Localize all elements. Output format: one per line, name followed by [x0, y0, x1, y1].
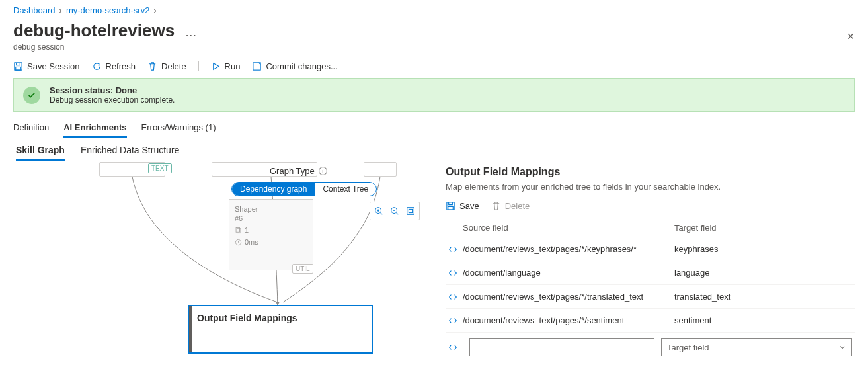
text-tag: TEXT: [148, 163, 172, 173]
page-subtitle: debug session: [13, 42, 197, 52]
mapping-row[interactable]: /document/reviews_text/pages/*/sentiment…: [446, 309, 855, 333]
toggle-context-tree[interactable]: Context Tree: [315, 183, 376, 196]
tab-definition[interactable]: Definition: [13, 117, 49, 138]
code-icon: [448, 245, 463, 254]
toggle-dependency-graph[interactable]: Dependency graph: [232, 183, 315, 196]
svg-rect-1: [16, 67, 21, 70]
code-icon: [448, 268, 463, 278]
sub-tabs: Skill Graph Enriched Data Structure: [16, 145, 855, 161]
tab-ai-enrichments[interactable]: AI Enrichments: [63, 117, 126, 138]
separator: [198, 61, 199, 71]
mapping-source: /document/reviews_text/pages/*/keyphrase…: [463, 244, 674, 254]
mapping-source: /document/language: [463, 268, 674, 278]
shaper-skill-node[interactable]: Shaper #6 1 0ms: [229, 199, 313, 270]
toolbar-label: Save: [459, 201, 479, 211]
graph-type-toggle[interactable]: Dependency graph Context Tree: [231, 182, 377, 196]
chevron-right-icon: ›: [59, 5, 62, 15]
mapping-delete-button: Delete: [491, 201, 530, 211]
toolbar-label: Save Session: [27, 62, 80, 71]
tab-errors[interactable]: Errors/Warnings (1): [141, 117, 216, 138]
details-title: Output Field Mappings: [446, 166, 855, 178]
mapping-row[interactable]: /document/reviews_text/pages/*/translate…: [446, 285, 855, 309]
info-icon[interactable]: i: [319, 167, 327, 175]
play-icon: [211, 62, 221, 71]
mapping-target: keyphrases: [674, 244, 852, 254]
mapping-target: language: [674, 268, 852, 278]
col-source-header: Source field: [463, 223, 674, 233]
trash-icon: [491, 201, 501, 211]
subtab-skill-graph[interactable]: Skill Graph: [16, 145, 65, 161]
skill-node[interactable]: [364, 162, 397, 177]
code-icon: [448, 343, 463, 352]
shaper-title: Shaper: [235, 205, 307, 213]
source-field-input[interactable]: [469, 338, 654, 356]
zoom-fit-icon[interactable]: [403, 204, 418, 218]
commit-button[interactable]: Commit changes...: [252, 62, 337, 71]
run-button[interactable]: Run: [211, 62, 241, 71]
commit-icon: [252, 62, 262, 71]
success-check-icon: [23, 87, 40, 104]
shaper-count: 1: [235, 226, 307, 234]
details-pane: Output Field Mappings Map elements from …: [428, 165, 855, 371]
svg-rect-11: [448, 206, 454, 210]
mapping-row[interactable]: /document/language language: [446, 261, 855, 285]
svg-rect-5: [407, 208, 414, 215]
breadcrumb-item-service[interactable]: my-demo-search-srv2: [66, 5, 149, 15]
more-icon[interactable]: …: [185, 26, 197, 39]
shaper-id: #6: [235, 214, 307, 222]
top-tabs: Definition AI Enrichments Errors/Warning…: [13, 117, 855, 138]
mapping-target: sentiment: [674, 315, 852, 325]
select-placeholder: Target field: [667, 343, 709, 352]
toolbar-label: Delete: [161, 62, 186, 71]
toolbar: Save Session Refresh Delete Run Commit c…: [13, 61, 855, 71]
zoom-controls: [370, 202, 420, 220]
toolbar-label: Refresh: [106, 62, 136, 71]
svg-rect-6: [409, 209, 412, 212]
mapping-source: /document/reviews_text/pages/*/sentiment: [463, 315, 674, 325]
mapping-save-button[interactable]: Save: [446, 201, 479, 211]
status-message: Debug session execution complete.: [50, 95, 175, 104]
mapping-source: /document/reviews_text/pages/*/translate…: [463, 292, 674, 302]
output-field-mappings-node[interactable]: Output Field Mappings: [188, 305, 373, 354]
ofm-node-label: Output Field Mappings: [197, 313, 297, 323]
graph-type-label: Graph Type: [270, 166, 315, 176]
chevron-right-icon: ›: [153, 5, 156, 15]
chevron-down-icon: [838, 343, 846, 351]
graph-type-control: Graph Type i: [270, 166, 327, 176]
toolbar-label: Run: [225, 62, 241, 71]
save-session-button[interactable]: Save Session: [13, 62, 80, 71]
breadcrumb-item-dashboard[interactable]: Dashboard: [13, 5, 56, 15]
util-tag: UTIL: [292, 264, 313, 274]
trash-icon: [147, 62, 157, 71]
mapping-row[interactable]: /document/reviews_text/pages/*/keyphrase…: [446, 237, 855, 261]
shaper-time: 0ms: [235, 238, 307, 246]
close-icon[interactable]: ✕: [847, 31, 855, 42]
refresh-button[interactable]: Refresh: [92, 62, 136, 71]
toolbar-label: Delete: [505, 201, 530, 211]
status-banner: Session status: Done Debug session execu…: [13, 78, 855, 112]
graph-pane: TEXT Graph Type i Dependency graph Conte…: [13, 165, 428, 371]
save-icon: [13, 62, 23, 71]
toolbar-label: Commit changes...: [266, 62, 337, 71]
delete-button[interactable]: Delete: [147, 62, 186, 71]
zoom-out-icon[interactable]: [387, 204, 402, 218]
save-icon: [446, 201, 455, 211]
subtab-enriched-data[interactable]: Enriched Data Structure: [81, 145, 179, 161]
status-title: Session status: Done: [50, 85, 175, 95]
target-field-select[interactable]: Target field: [661, 338, 852, 356]
details-description: Map elements from your enriched tree to …: [446, 182, 855, 192]
mapping-new-row: Target field: [446, 333, 855, 362]
breadcrumb: Dashboard › my-demo-search-srv2 ›: [13, 5, 855, 15]
code-icon: [448, 316, 463, 325]
zoom-in-icon[interactable]: [372, 204, 386, 218]
col-target-header: Target field: [674, 223, 852, 233]
mapping-header: Source field Target field: [446, 219, 855, 237]
refresh-icon: [92, 62, 102, 71]
page-title: debug-hotelreviews: [13, 21, 175, 40]
mapping-target: translated_text: [674, 292, 852, 302]
code-icon: [448, 292, 463, 302]
